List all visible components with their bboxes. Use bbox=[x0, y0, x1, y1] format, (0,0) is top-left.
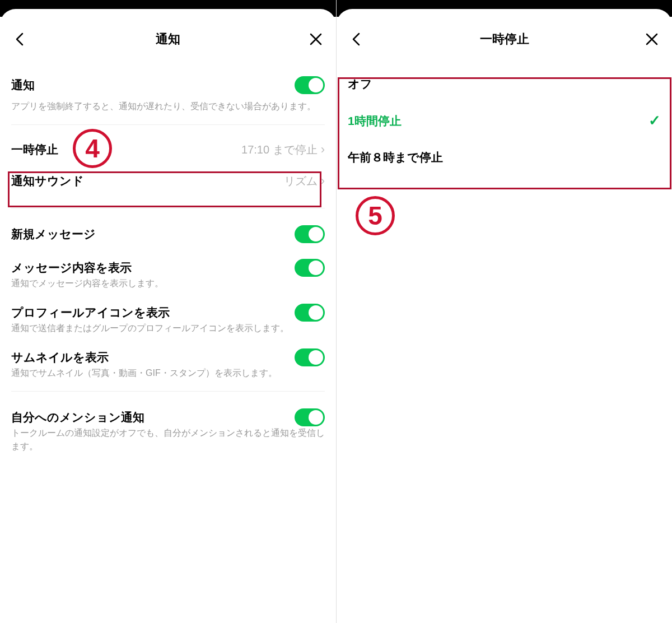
row-sound[interactable]: 通知サウンド リズム › bbox=[11, 165, 325, 197]
annotation-step-5-label: 5 bbox=[368, 201, 382, 231]
row-show-profile-icon: プロフィールアイコンを表示 bbox=[11, 290, 325, 324]
chevron-right-icon: › bbox=[321, 174, 325, 188]
mention-subtext: トークルームの通知設定がオフでも、自分がメンションされると通知を受信します。 bbox=[11, 426, 325, 453]
close-icon[interactable] bbox=[643, 30, 661, 48]
annotation-step-5: 5 bbox=[356, 196, 395, 235]
chevron-right-icon: › bbox=[321, 142, 325, 157]
show-thumbnail-toggle[interactable] bbox=[295, 348, 325, 366]
row-pause[interactable]: 一時停止 17:10 まで停止 › bbox=[11, 134, 325, 165]
option-one-hour-label: 1時間停止 bbox=[348, 113, 402, 129]
notifications-label: 通知 bbox=[11, 77, 35, 93]
mention-label: 自分へのメンション通知 bbox=[11, 410, 144, 425]
row-notifications: 通知 bbox=[11, 68, 325, 102]
status-bar bbox=[0, 0, 336, 17]
pause-label: 一時停止 bbox=[11, 142, 58, 157]
show-content-toggle[interactable] bbox=[295, 259, 325, 277]
option-off-label: オフ bbox=[348, 76, 372, 92]
screen-notifications: 通知 通知 アプリを強制終了すると、通知が遅れたり、受信できない場合があります。… bbox=[0, 0, 336, 623]
new-message-label: 新規メッセージ bbox=[11, 226, 96, 242]
show-content-label: メッセージ内容を表示 bbox=[11, 260, 132, 276]
back-icon[interactable] bbox=[11, 30, 29, 48]
option-until-8am-label: 午前８時まで停止 bbox=[348, 150, 443, 165]
page-title: 一時停止 bbox=[337, 31, 672, 48]
option-one-hour[interactable]: 1時間停止 ✓ bbox=[348, 102, 661, 140]
mention-toggle[interactable] bbox=[295, 408, 325, 426]
option-until-8am[interactable]: 午前８時まで停止 bbox=[348, 140, 661, 175]
notifications-toggle[interactable] bbox=[295, 76, 325, 94]
row-new-message: 新規メッセージ bbox=[11, 217, 325, 251]
header: 一時停止 bbox=[337, 17, 672, 59]
pause-value: 17:10 まで停止 › bbox=[241, 142, 325, 157]
sound-value-text: リズム bbox=[284, 174, 318, 189]
show-thumbnail-label: サムネイルを表示 bbox=[11, 350, 109, 365]
show-profile-icon-toggle[interactable] bbox=[295, 304, 325, 322]
pause-value-text: 17:10 まで停止 bbox=[241, 142, 318, 157]
screen-pause-options: 一時停止 オフ 1時間停止 ✓ 午前８時まで停止 5 bbox=[336, 0, 672, 623]
show-profile-icon-label: プロフィールアイコンを表示 bbox=[11, 305, 170, 320]
status-bar bbox=[337, 0, 672, 17]
new-message-toggle[interactable] bbox=[295, 225, 325, 243]
row-mention: 自分へのメンション通知 bbox=[11, 401, 325, 429]
row-show-content: メッセージ内容を表示 bbox=[11, 251, 325, 279]
sound-value: リズム › bbox=[284, 174, 325, 189]
close-icon[interactable] bbox=[307, 30, 325, 48]
pause-option-list: オフ 1時間停止 ✓ 午前８時まで停止 bbox=[348, 59, 661, 182]
check-icon: ✓ bbox=[648, 112, 661, 129]
header: 通知 bbox=[0, 17, 336, 59]
row-show-thumbnail: サムネイルを表示 bbox=[11, 335, 325, 369]
back-icon[interactable] bbox=[348, 30, 366, 48]
sound-label: 通知サウンド bbox=[11, 173, 84, 189]
page-title: 通知 bbox=[0, 31, 336, 48]
option-off[interactable]: オフ bbox=[348, 66, 661, 102]
